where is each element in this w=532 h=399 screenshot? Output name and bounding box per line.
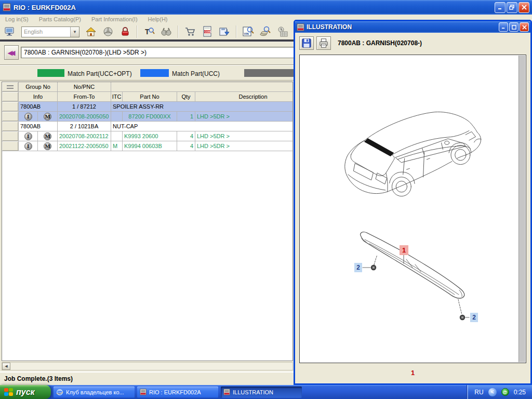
save-image-button[interactable] [299,36,314,50]
app-icon [297,23,304,31]
taskbar-item-rio[interactable]: RIO : EURKFD002A [137,387,218,398]
back-button[interactable]: ◀◀ [4,45,19,60]
code-document-button[interactable]: CODE [200,25,215,38]
memo-icon: M [44,132,51,140]
table-row-group[interactable]: 7800AB 1 / 87212 SPOILER ASSY-RR [2,102,293,112]
illustration-status-bar: 1 [295,363,530,382]
steering-wheel-icon [103,26,113,37]
close-icon [522,25,527,30]
info-button[interactable]: I [19,131,38,141]
memo-button[interactable]: M [38,141,58,151]
language-select[interactable]: English ▼ [21,26,79,37]
callout-2-label: 2 [356,264,360,271]
scroll-left-icon[interactable]: ◀ [2,363,10,370]
menu-parts-catalog[interactable]: Parts Catalog(P) [39,16,81,22]
callout-1-label: 1 [402,246,406,254]
header-description: Description [195,92,293,101]
print-button[interactable] [316,36,331,50]
restore-button[interactable] [507,2,517,13]
table-header-row-2: Info From-To ITC Part No Qty Description [2,92,293,102]
code-document-icon: CODE [202,26,212,37]
text-search-button[interactable]: T [141,25,157,38]
save-import-icon [219,26,230,37]
callout-2-right[interactable]: 2 [470,313,478,322]
home-button[interactable] [83,25,99,38]
illustration-vertical-scrollbar[interactable] [518,56,525,362]
messenger-tray-icon[interactable]: @ [501,388,509,396]
memo-button[interactable]: M [38,131,58,141]
cell-part-name: SPOILER ASSY-RR [111,102,293,111]
taskbar-item-browser[interactable]: Клуб владельцев ко... [54,387,135,398]
header-itc: ITC [111,92,123,101]
row-header[interactable] [2,112,19,121]
toolbar-separator [236,25,237,38]
cell-part-name: NUT-CAP [111,122,293,131]
breadcrumb[interactable]: 7800AB : GARNISH(020708-)(LHD >5DR >) [21,47,294,58]
row-header[interactable] [2,141,19,151]
language-value: English [22,27,70,37]
chevron-down-icon[interactable]: ▼ [70,27,79,37]
close-button[interactable] [520,22,529,32]
text-search-icon: T [143,26,155,37]
windows-logo-icon [4,388,13,396]
print-icon [318,38,329,48]
menu-part-information[interactable]: Part Information(I) [91,16,138,22]
system-monitor-button[interactable] [2,25,18,38]
info-button[interactable]: I [19,141,38,151]
callout-2-left[interactable]: 2 [354,263,362,272]
lock-icon [120,26,130,37]
schedule-icon [276,26,289,37]
car-line-art [331,106,502,208]
table-corner[interactable] [2,82,19,91]
binoculars-button[interactable] [158,25,174,38]
keyboard-language-indicator[interactable]: RU [474,389,483,396]
info-button[interactable]: I [19,112,38,121]
table-row-part[interactable]: I M 20021122-2005050 M K9994 00603B 4 LH… [2,141,293,151]
table-horizontal-scrollbar[interactable]: ◀ [2,362,293,370]
minimize-icon [501,25,506,29]
minimize-button[interactable] [499,22,508,32]
menu-help[interactable]: Help(H) [148,16,168,22]
menu-login[interactable]: Log in(S) [5,16,29,22]
memo-button[interactable]: M [38,112,58,121]
spoiler-part-art: 1 2 2 [344,225,500,329]
taskbar-item-illustration[interactable]: ILLUSTRATION [221,387,302,398]
cell-qty: 4 [177,141,195,151]
taskbar-item-label: RIO : EURKFD002A [149,389,201,395]
info-icon: I [24,113,32,121]
legend-label-ucc-opt: Match Part(UCC+OPT) [68,70,132,77]
row-header[interactable] [2,122,19,131]
schedule-button[interactable] [275,25,290,38]
window-title: RIO : EURKFD002A [14,4,494,11]
header-qty: Qty [177,92,195,101]
table-row-group[interactable]: 7800AB 2 / 1021BA NUT-CAP [2,122,293,131]
cell-from-to: 20021122-2005050 [58,141,111,151]
start-button[interactable]: пуск [0,385,51,399]
parts-table: Group No No/PNC Info From-To ITC Part No… [2,82,293,361]
maximize-icon [512,25,516,30]
cell-qty: 4 [177,131,195,141]
table-row-part[interactable]: I M 20020708-2005050 87200 FD000XX 1 LHD… [2,112,293,122]
hide-icons-chevron[interactable]: < [488,388,497,396]
main-window-titlebar: RIO : EURKFD002A [0,0,532,15]
table-header-row-1: Group No No/PNC [2,82,293,92]
back-icon: ◀◀ [8,49,13,57]
illustration-titlebar: ILLUSTRATION [295,21,530,33]
row-header[interactable] [2,102,19,111]
parts-price-search-button[interactable] [258,25,273,38]
illustration-part-title: 7800AB : GARNISH(020708-) [338,39,422,47]
callout-2-label: 2 [472,314,476,321]
logout-lock-button[interactable] [117,25,133,38]
code-label: CODE [205,31,211,33]
minimize-button[interactable] [495,2,506,13]
callout-1[interactable]: 1 [400,245,408,255]
cell-itc: M [111,141,123,151]
save-import-button[interactable] [217,25,232,38]
table-row-part[interactable]: I M 20020708-2002112 K9993 20600 4 LHD >… [2,131,293,141]
row-header[interactable] [2,131,19,141]
close-button[interactable] [518,2,529,13]
cart-button[interactable] [182,25,198,38]
vin-search-button[interactable]: VIN [241,25,256,38]
maximize-button[interactable] [509,22,518,32]
steering-wheel-button[interactable] [100,25,116,38]
